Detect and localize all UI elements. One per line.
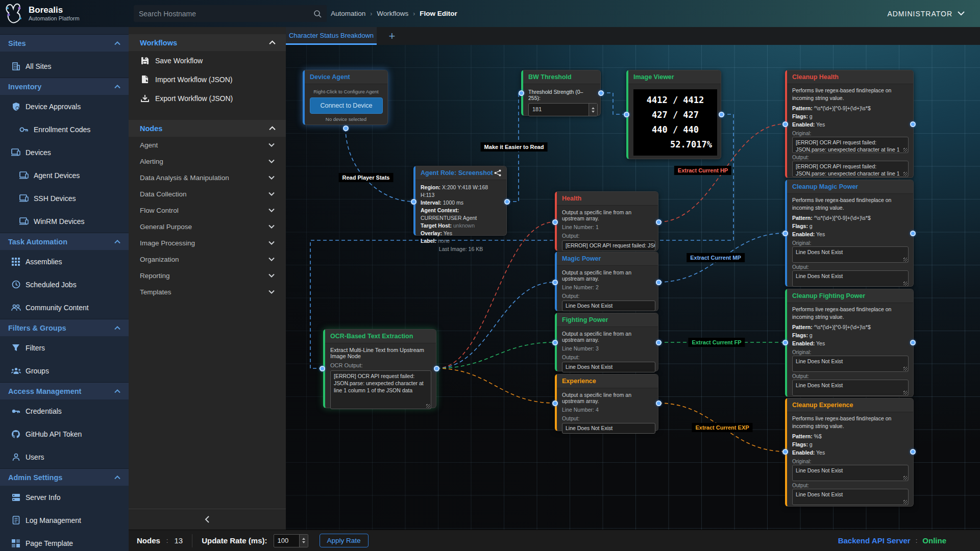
port-cleanup-exp-in[interactable]: [782, 449, 788, 455]
node-category-reporting[interactable]: Reporting: [129, 267, 286, 284]
port-cleanup-health-out[interactable]: [910, 121, 916, 127]
share-icon[interactable]: [494, 169, 501, 177]
sidebar-header-sites[interactable]: Sites: [0, 35, 129, 52]
port-cleanup-magic-out[interactable]: [910, 231, 916, 236]
cleanup-fighting-original[interactable]: Line Does Not Exist: [792, 356, 909, 372]
node-bw-threshold[interactable]: BW Threshold Threshold Strength (0–255):…: [521, 70, 601, 116]
node-magic-power[interactable]: Magic Power Output a specific line from …: [555, 252, 658, 311]
threshold-input[interactable]: 181: [528, 103, 598, 116]
node-health[interactable]: Health Output a specific line from an up…: [555, 191, 658, 251]
connect-to-device-button[interactable]: Connect to Device: [310, 97, 383, 114]
node-category-data-analysis[interactable]: Data Analysis & Manipulation: [129, 169, 286, 186]
sidebar-item-community-content[interactable]: Community Content: [0, 296, 129, 319]
node-device-agent[interactable]: Device Agent Right-Click to Configure Ag…: [303, 70, 388, 125]
port-screenshot-out[interactable]: [504, 199, 510, 205]
node-category-data-collection[interactable]: Data Collection: [129, 186, 286, 202]
sidebar-item-users[interactable]: Users: [0, 445, 129, 468]
update-rate-input[interactable]: 100: [274, 534, 308, 547]
sidebar-item-scheduled-jobs[interactable]: Scheduled Jobs: [0, 273, 129, 296]
cleanup-magic-output[interactable]: Line Does Not Exist: [792, 270, 909, 287]
node-cleanup-fighting-power[interactable]: Cleanup Fighting Power Performs live reg…: [785, 289, 914, 397]
flow-editor-surface[interactable]: Read Player Stats Make it Easier to Read…: [286, 45, 980, 530]
add-tab-button[interactable]: +: [377, 27, 407, 45]
node-category-general-purpose[interactable]: General Purpose: [129, 218, 286, 235]
sidebar-item-log-management[interactable]: Log Management: [0, 509, 129, 532]
cleanup-magic-original[interactable]: Line Does Not Exist: [792, 246, 909, 263]
node-category-image-processing[interactable]: Image Processing: [129, 235, 286, 251]
sidebar-header-access-management[interactable]: Access Management: [0, 383, 129, 399]
node-category-agent[interactable]: Agent: [129, 137, 286, 153]
save-workflow-button[interactable]: Save Workflow: [129, 51, 286, 70]
port-health-out[interactable]: [656, 219, 662, 225]
port-fighting-in[interactable]: [552, 340, 558, 345]
port-bw-out[interactable]: [598, 90, 604, 96]
update-rate-stepper[interactable]: [299, 535, 308, 547]
node-cleanup-health[interactable]: Cleanup Health Performs live regex-based…: [785, 70, 914, 178]
port-cleanup-health-in[interactable]: [782, 121, 788, 127]
sidebar-item-all-sites[interactable]: All Sites: [0, 55, 129, 78]
sidebar-item-github-api-token[interactable]: GitHub API Token: [0, 422, 129, 445]
cleanup-health-original[interactable]: [ERROR] OCR API request failed: JSON.par…: [792, 137, 909, 153]
sidebar-item-assemblies[interactable]: Assemblies: [0, 250, 129, 273]
magic-power-output-field[interactable]: Line Does Not Exist: [562, 300, 655, 311]
cleanup-health-output[interactable]: [ERROR] OCR API request failed: JSON.par…: [792, 161, 909, 177]
sidebar-item-enrollment-codes[interactable]: Enrollment Codes: [0, 118, 129, 141]
sidebar-item-groups[interactable]: Groups: [0, 359, 129, 382]
node-category-flow-control[interactable]: Flow Control: [129, 202, 286, 218]
cleanup-exp-original[interactable]: Line Does Not Exist: [792, 465, 909, 481]
node-category-templates[interactable]: Templates: [129, 284, 286, 300]
search-input[interactable]: Search Hostname: [134, 5, 327, 22]
workflows-header[interactable]: Workflows: [129, 34, 286, 51]
port-experience-out[interactable]: [656, 400, 662, 406]
nodes-header[interactable]: Nodes: [129, 120, 286, 137]
sidebar-item-credentials[interactable]: Credentials: [0, 399, 129, 422]
export-workflow-button[interactable]: Export Workflow (JSON): [129, 89, 286, 108]
sidebar-header-admin-settings[interactable]: Admin Settings: [0, 469, 129, 486]
sidebar-header-inventory[interactable]: Inventory: [0, 78, 129, 95]
fighting-power-output-field[interactable]: Line Does Not Exist: [562, 362, 655, 372]
sidebar-item-device-approvals[interactable]: Device Approvals: [0, 95, 129, 118]
sidebar-header-task-automation[interactable]: Task Automation: [0, 233, 129, 250]
sidebar-item-devices[interactable]: Devices: [0, 141, 129, 164]
node-image-viewer[interactable]: Image Viewer 4412 / 4412 427 / 427 440 /…: [626, 70, 721, 159]
node-experience[interactable]: Experience Output a specific line from a…: [555, 374, 658, 431]
user-menu[interactable]: ADMINISTRATOR: [887, 0, 965, 27]
port-cleanup-fighting-in[interactable]: [782, 340, 788, 345]
node-fighting-power[interactable]: Fighting Power Output a specific line fr…: [555, 313, 658, 371]
node-cleanup-experience[interactable]: Cleanup Experience Performs live regex-b…: [785, 398, 914, 507]
port-device-agent-out[interactable]: [343, 126, 349, 131]
port-health-in[interactable]: [552, 219, 558, 225]
port-cleanup-magic-in[interactable]: [782, 231, 788, 236]
port-fighting-out[interactable]: [656, 340, 662, 345]
port-bw-in[interactable]: [519, 90, 524, 96]
port-ocr-in[interactable]: [320, 366, 325, 371]
tab-character-status-breakdown[interactable]: Character Status Breakdown: [286, 27, 377, 45]
port-cleanup-exp-out[interactable]: [910, 449, 916, 455]
sidebar-item-ssh-devices[interactable]: SSH Devices: [0, 187, 129, 210]
sidebar-item-server-info[interactable]: Server Info: [0, 486, 129, 509]
port-experience-in[interactable]: [552, 400, 558, 406]
port-magic-out[interactable]: [656, 280, 662, 285]
port-viewer-in[interactable]: [624, 112, 629, 117]
sidebar-item-agent-devices[interactable]: Agent Devices: [0, 164, 129, 187]
threshold-stepper[interactable]: [589, 104, 597, 116]
node-cleanup-magic-power[interactable]: Cleanup Magic Power Performs live regex-…: [785, 180, 914, 287]
sidebar-item-filters[interactable]: Filters: [0, 336, 129, 359]
experience-output-field[interactable]: Line Does Not Exist: [562, 423, 655, 434]
health-output-field[interactable]: [ERROR] OCR API request failed: JSON.par…: [562, 240, 655, 251]
apply-rate-button[interactable]: Apply Rate: [320, 534, 369, 547]
sidebar-item-winrm-devices[interactable]: WinRM Devices: [0, 210, 129, 233]
port-screenshot-in[interactable]: [411, 199, 416, 205]
collapse-panel-button[interactable]: [129, 509, 286, 530]
node-agent-role-screenshot[interactable]: Agent Role: Screenshot Region: X:200 Y:4…: [413, 166, 507, 236]
sidebar-header-filters-groups[interactable]: Filters & Groups: [0, 319, 129, 336]
node-ocr-text-extraction[interactable]: OCR-Based Text Extraction Extract Multi-…: [323, 329, 436, 408]
node-category-organization[interactable]: Organization: [129, 251, 286, 267]
port-ocr-out[interactable]: [434, 366, 439, 371]
port-cleanup-fighting-out[interactable]: [910, 340, 916, 345]
port-magic-in[interactable]: [552, 280, 558, 285]
ocr-output-textarea[interactable]: [ERROR] OCR API request failed: JSON.par…: [330, 370, 431, 409]
cleanup-fighting-output[interactable]: Line Does Not Exist: [792, 380, 909, 396]
breadcrumb-automation[interactable]: Automation: [331, 10, 365, 17]
port-viewer-out[interactable]: [719, 112, 724, 117]
